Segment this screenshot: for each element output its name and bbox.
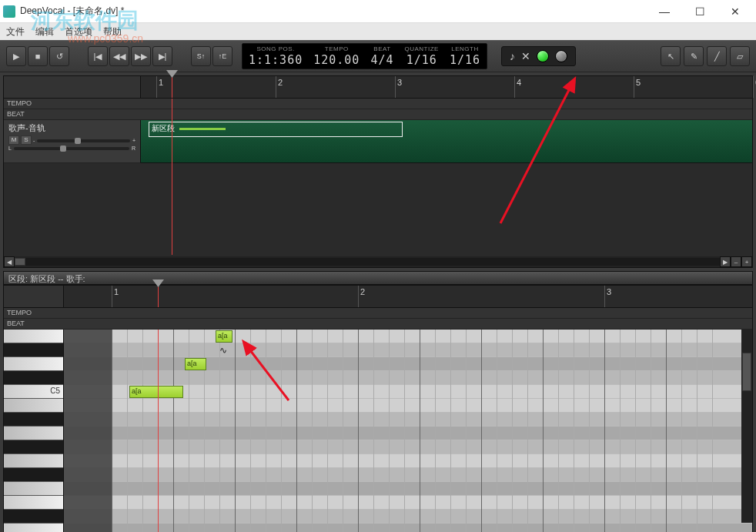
arrange-canvas[interactable]: [4, 163, 752, 256]
arrange-ruler-head: [4, 76, 141, 98]
pr-tempo-label: TEMPO: [4, 308, 64, 319]
go-start-button[interactable]: |◀: [88, 46, 108, 66]
orb-grey[interactable]: [555, 50, 567, 62]
keyboard[interactable]: C5: [4, 330, 64, 532]
titlebar: DeepVocal - [未命名.dv] * — ☐ ✕: [0, 0, 756, 23]
quantize-label: QUANTIZE: [405, 45, 439, 53]
note-1[interactable]: a[a: [185, 358, 206, 370]
ruler-bar-4: 4: [517, 78, 521, 87]
menu-edit[interactable]: 编辑: [35, 25, 54, 38]
length-value[interactable]: 1/16: [450, 53, 480, 67]
arrange-scroll-thumb[interactable]: [15, 258, 25, 266]
playhead-pianoroll[interactable]: [158, 286, 159, 307]
track-lane[interactable]: 新区段: [141, 120, 752, 163]
pr-ruler-bar-1: 1: [114, 287, 119, 296]
region-waveform: [179, 128, 226, 130]
arrange-tempo-lane[interactable]: [141, 99, 752, 109]
playhead-grid: [158, 330, 159, 532]
tempo-value[interactable]: 120.00: [313, 53, 360, 67]
ruler-bar-3: 3: [397, 78, 402, 87]
quantize-value[interactable]: 1/16: [406, 53, 437, 67]
stop-button[interactable]: ■: [28, 46, 48, 66]
mode-group: ♪ ✕: [501, 46, 576, 66]
zoom-in-button[interactable]: +: [741, 256, 752, 267]
playhead-line: [172, 99, 172, 255]
arrange-hscroll[interactable]: ◀ ▶ – +: [4, 256, 752, 267]
arrange-view: 123456 TEMPO BEAT 歌声-音轨 M S -+ LR 新区段 ◀ …: [3, 75, 753, 268]
solo-button[interactable]: S: [21, 136, 32, 145]
shuffle-mode-icon[interactable]: ✕: [521, 50, 530, 62]
rewind-button[interactable]: ◀◀: [109, 46, 129, 66]
pr-vscroll-thumb[interactable]: [742, 353, 751, 391]
record-orb-green[interactable]: [537, 50, 549, 62]
songpos-value[interactable]: 1:1:360: [249, 53, 303, 67]
minimize-button[interactable]: —: [647, 1, 682, 22]
pr-beat-label: BEAT: [4, 319, 64, 330]
piano-roll: 123 TEMPO BEAT C5 a[aa[aa[a∿ ◀ ▶ – +: [3, 285, 753, 532]
arrange-ruler[interactable]: 123456: [141, 76, 752, 98]
select-tool[interactable]: ↖: [661, 46, 681, 66]
beat-value[interactable]: 4/4: [370, 53, 393, 67]
playhead-arrange[interactable]: [172, 76, 172, 98]
track-header[interactable]: 歌声-音轨 M S -+ LR: [4, 120, 141, 163]
close-button[interactable]: ✕: [718, 1, 753, 22]
pan-slider[interactable]: [14, 147, 129, 150]
loop-button[interactable]: ↺: [49, 46, 69, 66]
pr-ruler-bar-2: 2: [360, 287, 365, 296]
volume-slider[interactable]: [37, 139, 130, 142]
note-2[interactable]: a[a: [129, 386, 183, 398]
dark-overlay: [64, 330, 112, 532]
pr-ruler-bar-3: 3: [607, 287, 611, 296]
note-0[interactable]: a[a: [216, 330, 232, 343]
pr-vscroll[interactable]: [741, 330, 752, 523]
forward-button[interactable]: ▶▶: [131, 46, 151, 66]
ruler-bar-5: 5: [636, 78, 641, 87]
menu-file[interactable]: 文件: [6, 25, 25, 38]
watermark-url: www.pc0359.cn: [68, 32, 143, 45]
arrange-tempo-lane-label: TEMPO: [4, 99, 141, 109]
lcd-display: SONG POS.1:1:360 TEMPO120.00 BEAT4/4 QUA…: [242, 43, 487, 69]
note-mode-icon[interactable]: ♪: [510, 50, 515, 62]
app-icon: [3, 5, 15, 18]
play-button[interactable]: ▶: [6, 46, 26, 66]
tempo-label: TEMPO: [325, 45, 349, 53]
key-label-c5: C5: [50, 386, 60, 395]
note-grid[interactable]: a[aa[aa[a∿: [64, 330, 752, 532]
line-tool[interactable]: ╱: [707, 46, 727, 66]
pr-ruler-head: [4, 286, 64, 307]
length-label: LENGTH: [451, 45, 478, 53]
pitch-curve-icon: ∿: [219, 345, 227, 356]
track-name: 歌声-音轨: [8, 122, 135, 134]
ruler-bar-2: 2: [278, 78, 283, 87]
arrange-beat-lane-label: BEAT: [4, 109, 141, 120]
beat-label: BEAT: [373, 45, 390, 53]
window-title: DeepVocal - [未命名.dv] *: [20, 5, 647, 18]
scroll-left-button[interactable]: ◀: [4, 256, 15, 267]
erase-tool[interactable]: ▱: [730, 46, 750, 66]
marker-start-button[interactable]: S↑: [191, 46, 211, 66]
segment-title: 区段: 新区段 -- 歌手:: [3, 271, 753, 285]
zoom-out-button[interactable]: –: [731, 256, 741, 267]
draw-tool[interactable]: ✎: [684, 46, 704, 66]
pr-beat-lane[interactable]: [64, 319, 752, 330]
marker-end-button[interactable]: ↑E: [212, 46, 232, 66]
go-end-button[interactable]: ▶|: [152, 46, 172, 66]
pr-tempo-lane[interactable]: [64, 308, 752, 319]
songpos-label: SONG POS.: [256, 45, 294, 53]
pr-ruler[interactable]: 123: [64, 286, 752, 307]
arrange-beat-lane[interactable]: [141, 109, 752, 120]
scroll-right-button[interactable]: ▶: [720, 256, 731, 267]
ruler-bar-1: 1: [159, 78, 163, 87]
mute-button[interactable]: M: [8, 136, 19, 145]
maximize-button[interactable]: ☐: [682, 1, 718, 22]
toolbar: ▶ ■ ↺ |◀ ◀◀ ▶▶ ▶| S↑ ↑E SONG POS.1:1:360…: [0, 40, 756, 72]
